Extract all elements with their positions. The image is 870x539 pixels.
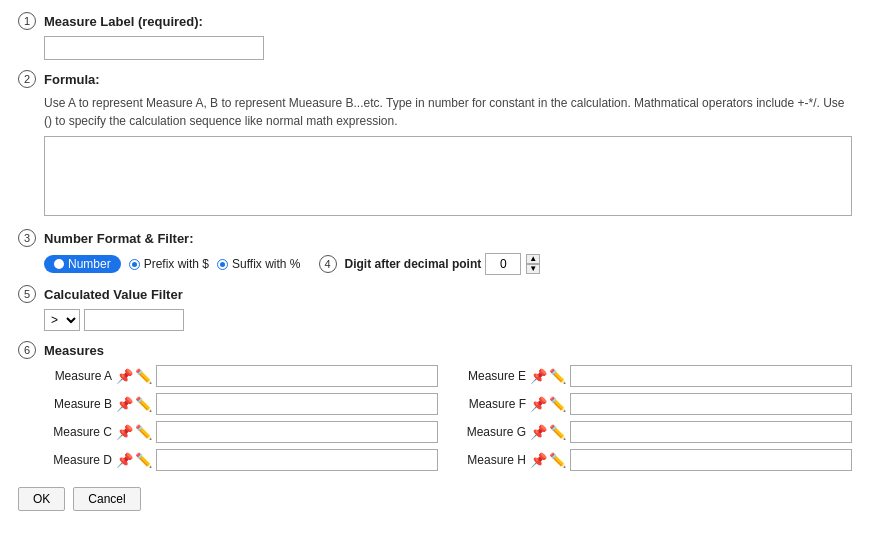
measure-g-pin-icon[interactable]: 📌 (530, 425, 547, 439)
measure-e-edit-icon[interactable]: ✏️ (549, 369, 566, 383)
prefix-option-label: Prefix with $ (144, 257, 209, 271)
section-3-number: 3 (18, 229, 36, 247)
section-2-header: 2 Formula: (18, 70, 852, 88)
measure-row-d: Measure D 📌 ✏️ (44, 449, 438, 471)
filter-row: > >= < <= = (44, 309, 852, 331)
radio-circle-suffix (217, 259, 228, 270)
measure-b-edit-icon[interactable]: ✏️ (135, 397, 152, 411)
prefix-option[interactable]: Prefix with $ (129, 257, 209, 271)
measure-b-label: Measure B (44, 397, 112, 411)
radio-circle-number (54, 259, 64, 269)
formula-textarea[interactable] (44, 136, 852, 216)
measure-c-input[interactable] (156, 421, 438, 443)
measures-left-col: Measure A 📌 ✏️ Measure B 📌 ✏️ Measure C … (44, 365, 438, 471)
measure-d-input[interactable] (156, 449, 438, 471)
digit-up-button[interactable]: ▲ (526, 254, 540, 264)
measure-c-pin-icon[interactable]: 📌 (116, 425, 133, 439)
digit-down-button[interactable]: ▼ (526, 264, 540, 274)
section-5-label: Calculated Value Filter (44, 287, 183, 302)
section-4-number: 4 (319, 255, 337, 273)
measure-a-edit-icon[interactable]: ✏️ (135, 369, 152, 383)
measure-e-pin-icon[interactable]: 📌 (530, 369, 547, 383)
formula-description: Use A to represent Measure A, B to repre… (44, 94, 852, 130)
measure-row-h: Measure H 📌 ✏️ (458, 449, 852, 471)
measure-f-edit-icon[interactable]: ✏️ (549, 397, 566, 411)
measure-d-label: Measure D (44, 453, 112, 467)
measure-f-pin-icon[interactable]: 📌 (530, 397, 547, 411)
measure-b-pin-icon[interactable]: 📌 (116, 397, 133, 411)
bottom-buttons: OK Cancel (18, 487, 852, 511)
measure-e-input[interactable] (570, 365, 852, 387)
number-option-label: Number (68, 257, 111, 271)
measures-right-col: Measure E 📌 ✏️ Measure F 📌 ✏️ Measure G … (458, 365, 852, 471)
measure-row-e: Measure E 📌 ✏️ (458, 365, 852, 387)
measure-d-pin-icon[interactable]: 📌 (116, 453, 133, 467)
measure-h-label: Measure H (458, 453, 526, 467)
digit-input[interactable] (485, 253, 521, 275)
measure-h-icons: 📌 ✏️ (530, 453, 566, 467)
section-6-header: 6 Measures (18, 341, 852, 359)
section-3-label: Number Format & Filter: (44, 231, 194, 246)
filter-value-input[interactable] (84, 309, 184, 331)
section-1-number: 1 (18, 12, 36, 30)
measure-a-label: Measure A (44, 369, 112, 383)
measure-e-icons: 📌 ✏️ (530, 369, 566, 383)
measure-a-icons: 📌 ✏️ (116, 369, 152, 383)
measure-row-a: Measure A 📌 ✏️ (44, 365, 438, 387)
section-2-number: 2 (18, 70, 36, 88)
measure-h-edit-icon[interactable]: ✏️ (549, 453, 566, 467)
measure-h-input[interactable] (570, 449, 852, 471)
measure-row-c: Measure C 📌 ✏️ (44, 421, 438, 443)
measure-row-f: Measure F 📌 ✏️ (458, 393, 852, 415)
section-3: 3 Number Format & Filter: Number Prefix … (18, 229, 852, 275)
section-5: 5 Calculated Value Filter > >= < <= = (18, 285, 852, 331)
section-1-header: 1 Measure Label (required): (18, 12, 852, 30)
radio-circle-prefix (129, 259, 140, 270)
section-2: 2 Formula: Use A to represent Measure A,… (18, 70, 852, 219)
measure-g-icons: 📌 ✏️ (530, 425, 566, 439)
measure-g-input[interactable] (570, 421, 852, 443)
measure-row-b: Measure B 📌 ✏️ (44, 393, 438, 415)
measure-b-icons: 📌 ✏️ (116, 397, 152, 411)
measures-grid: Measure A 📌 ✏️ Measure B 📌 ✏️ Measure C … (44, 365, 852, 471)
section-5-number: 5 (18, 285, 36, 303)
section-2-label: Formula: (44, 72, 100, 87)
measure-c-label: Measure C (44, 425, 112, 439)
section-6-number: 6 (18, 341, 36, 359)
section-6-label: Measures (44, 343, 104, 358)
measure-d-edit-icon[interactable]: ✏️ (135, 453, 152, 467)
number-option-selected[interactable]: Number (44, 255, 121, 273)
measure-f-input[interactable] (570, 393, 852, 415)
filter-operator-select[interactable]: > >= < <= = (44, 309, 80, 331)
measure-e-label: Measure E (458, 369, 526, 383)
section-5-header: 5 Calculated Value Filter (18, 285, 852, 303)
section-3-header: 3 Number Format & Filter: (18, 229, 852, 247)
ok-button[interactable]: OK (18, 487, 65, 511)
digit-label: Digit after decimal point (345, 257, 482, 271)
measure-row-g: Measure G 📌 ✏️ (458, 421, 852, 443)
section-6: 6 Measures Measure A 📌 ✏️ Measure B 📌 ✏️ (18, 341, 852, 471)
cancel-button[interactable]: Cancel (73, 487, 140, 511)
measure-h-pin-icon[interactable]: 📌 (530, 453, 547, 467)
measure-b-input[interactable] (156, 393, 438, 415)
section-1-label: Measure Label (required): (44, 14, 203, 29)
suffix-option-label: Suffix with % (232, 257, 300, 271)
measure-c-icons: 📌 ✏️ (116, 425, 152, 439)
measure-g-edit-icon[interactable]: ✏️ (549, 425, 566, 439)
section-1: 1 Measure Label (required): (18, 12, 852, 60)
digit-spinner: ▲ ▼ (526, 254, 540, 274)
measure-d-icons: 📌 ✏️ (116, 453, 152, 467)
measure-label-input[interactable] (44, 36, 264, 60)
measure-f-label: Measure F (458, 397, 526, 411)
measure-f-icons: 📌 ✏️ (530, 397, 566, 411)
measure-a-pin-icon[interactable]: 📌 (116, 369, 133, 383)
measure-c-edit-icon[interactable]: ✏️ (135, 425, 152, 439)
measure-g-label: Measure G (458, 425, 526, 439)
suffix-option[interactable]: Suffix with % (217, 257, 300, 271)
measure-a-input[interactable] (156, 365, 438, 387)
